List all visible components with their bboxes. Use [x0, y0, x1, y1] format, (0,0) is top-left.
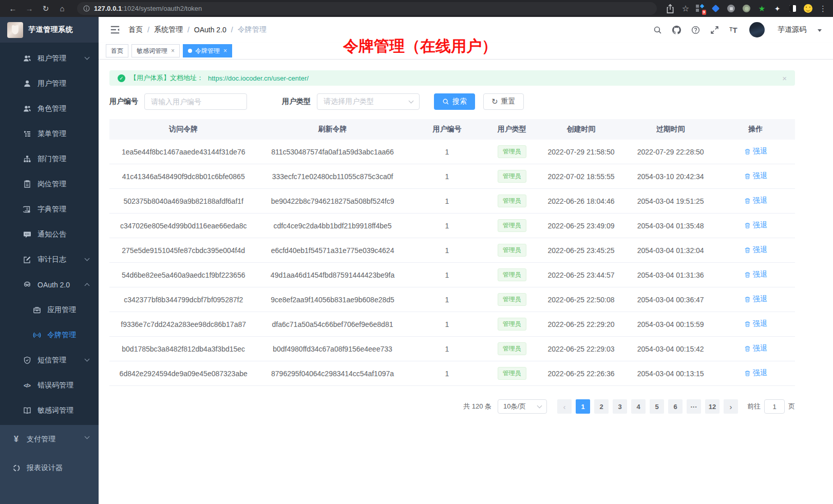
page-button-5[interactable]: 5: [650, 399, 664, 414]
user-type-select[interactable]: 请选择用户类型: [317, 93, 420, 110]
sidebar-item-tenant[interactable]: 租户管理: [0, 46, 99, 71]
tab-home[interactable]: 首页: [106, 44, 128, 57]
dictionary-icon: [23, 205, 31, 214]
force-logout-button[interactable]: 强退: [744, 295, 767, 304]
breadcrumb-system[interactable]: 系统管理: [154, 25, 183, 34]
tab-sensitive-word[interactable]: 敏感词管理 ×: [131, 44, 180, 57]
sidebar-item-errcode[interactable]: </> 错误码管理: [0, 373, 99, 398]
browser-home-icon[interactable]: ⌂: [55, 2, 69, 15]
sidebar-item-dept[interactable]: 部门管理: [0, 146, 99, 171]
user-type-badge: 管理员: [498, 293, 526, 306]
font-size-icon[interactable]: TT: [728, 25, 739, 35]
github-icon[interactable]: [671, 25, 681, 35]
browser-forward-icon[interactable]: →: [23, 2, 36, 15]
user-menu-caret-icon[interactable]: [818, 29, 822, 32]
search-icon[interactable]: [652, 25, 662, 35]
sidebar-item-report-designer[interactable]: 报表设计器: [0, 454, 99, 482]
access-token-cell: c347026e805e4d99b0d116eae66eda8c: [109, 222, 257, 230]
sidebar-item-sms[interactable]: 短信管理: [0, 347, 99, 373]
page-size-select[interactable]: 10条/页: [498, 399, 547, 414]
extension-puzzle-icon[interactable]: ✦: [773, 4, 782, 13]
sidebar-item-audit-log[interactable]: 审计日志: [0, 247, 99, 272]
force-logout-button[interactable]: 强退: [744, 196, 767, 205]
page-button-3[interactable]: 3: [613, 399, 627, 414]
force-logout-button[interactable]: 强退: [744, 369, 767, 378]
address-bar[interactable]: 127.0.0.1:1024/system/oauth2/token: [77, 2, 657, 15]
page-button-12[interactable]: 12: [705, 399, 720, 414]
user-name[interactable]: 芋道源码: [778, 25, 806, 34]
browser-back-icon[interactable]: ←: [6, 2, 20, 15]
force-logout-button[interactable]: 强退: [744, 171, 767, 181]
browser-reload-icon[interactable]: ↻: [39, 2, 52, 15]
breadcrumb-current: 令牌管理: [238, 25, 267, 34]
share-icon[interactable]: [665, 4, 675, 14]
breadcrumb-oauth2[interactable]: OAuth 2.0: [194, 26, 226, 34]
force-logout-button[interactable]: 强退: [744, 147, 767, 156]
next-page-button[interactable]: ›: [724, 399, 738, 414]
expires-at-cell: 2054-03-04 00:15:42: [625, 345, 716, 353]
sidebar-item-menu[interactable]: 菜单管理: [0, 121, 99, 146]
extension-darkreader-icon[interactable]: [788, 4, 797, 13]
fullscreen-icon[interactable]: [709, 25, 720, 35]
page-button-4[interactable]: 4: [631, 399, 646, 414]
site-info-icon[interactable]: [83, 5, 90, 12]
user-type-badge: 管理员: [498, 219, 526, 232]
extension-dot-icon[interactable]: [742, 4, 751, 13]
extension-star-icon[interactable]: ★: [758, 4, 766, 13]
sidebar-item-dict[interactable]: 字典管理: [0, 197, 99, 222]
force-logout-button[interactable]: 强退: [744, 319, 767, 328]
sidebar-item-oauth2-app[interactable]: 应用管理: [0, 297, 99, 322]
page-button-6[interactable]: 6: [668, 399, 683, 414]
goto-page-input[interactable]: [764, 399, 785, 414]
force-logout-button[interactable]: 强退: [744, 270, 767, 279]
help-icon[interactable]: [690, 25, 701, 35]
expires-at-cell: 2054-03-04 01:31:36: [625, 271, 716, 279]
force-logout-button[interactable]: 强退: [744, 221, 767, 230]
force-logout-button[interactable]: 强退: [744, 245, 767, 255]
sidebar-item-sensitive-word[interactable]: 敏感词管理: [0, 398, 99, 423]
sidebar-item-oauth2[interactable]: OAuth 2.0: [0, 272, 99, 297]
page-button-1[interactable]: 1: [576, 399, 590, 414]
browser-profile-avatar[interactable]: [804, 4, 812, 13]
col-expires-at: 过期时间: [625, 125, 716, 134]
access-token-cell: b0d1785bc3a8482f812db4a3f3bd15ec: [109, 345, 257, 353]
user-type-badge: 管理员: [498, 342, 526, 355]
extension-grid-icon[interactable]: 9: [696, 4, 705, 13]
sidebar-item-label: 敏感词管理: [37, 406, 73, 415]
sidebar-item-label: 租户管理: [37, 54, 66, 63]
refresh-token-cell: be90422b8c7946218275a508bf524fc9: [257, 197, 407, 205]
close-icon[interactable]: ×: [223, 47, 227, 54]
sidebar-fold-icon[interactable]: [110, 25, 120, 35]
user-id-input[interactable]: [144, 93, 247, 110]
app-logo-row[interactable]: 芋道管理系统: [0, 17, 99, 43]
sidebar-item-pay[interactable]: ¥ 支付管理: [0, 425, 99, 454]
reset-button[interactable]: ↻ 重置: [483, 93, 524, 110]
sidebar-item-role[interactable]: 角色管理: [0, 96, 99, 121]
sidebar-item-post[interactable]: 岗位管理: [0, 171, 99, 197]
sidebar-item-user[interactable]: 用户管理: [0, 71, 99, 96]
more-pages-button[interactable]: ···: [687, 399, 701, 414]
actions-cell: 强退: [716, 319, 795, 329]
table-row: 502375b8040a469a9b82188afdf6af1f be90422…: [109, 189, 795, 214]
user-type-label: 用户类型: [282, 97, 311, 106]
user-avatar[interactable]: [749, 22, 765, 37]
sidebar-item-notice[interactable]: 通知公告: [0, 222, 99, 247]
page-button-2[interactable]: 2: [594, 399, 609, 414]
extension-command-icon[interactable]: [727, 4, 735, 13]
close-icon[interactable]: ×: [171, 47, 175, 54]
search-button[interactable]: 搜索: [434, 93, 475, 110]
bookmark-star-icon[interactable]: ☆: [682, 4, 689, 13]
breadcrumb-home[interactable]: 首页: [128, 25, 143, 34]
trash-icon: [744, 148, 751, 155]
alert-close-icon[interactable]: ×: [782, 74, 787, 83]
code-icon: </>: [23, 381, 31, 390]
doc-link[interactable]: https://doc.iocoder.cn/user-center/: [208, 74, 309, 82]
user-type-badge: 管理员: [498, 195, 526, 207]
extension-gem-icon[interactable]: [711, 4, 720, 13]
tab-token[interactable]: 令牌管理 ×: [183, 44, 232, 57]
force-logout-button[interactable]: 强退: [744, 344, 767, 353]
prev-page-button[interactable]: ‹: [557, 399, 572, 414]
browser-menu-icon[interactable]: ⋮: [819, 4, 827, 13]
sidebar-item-oauth2-token[interactable]: 令牌管理: [0, 322, 99, 347]
created-at-cell: 2022-06-26 18:04:46: [537, 197, 625, 205]
